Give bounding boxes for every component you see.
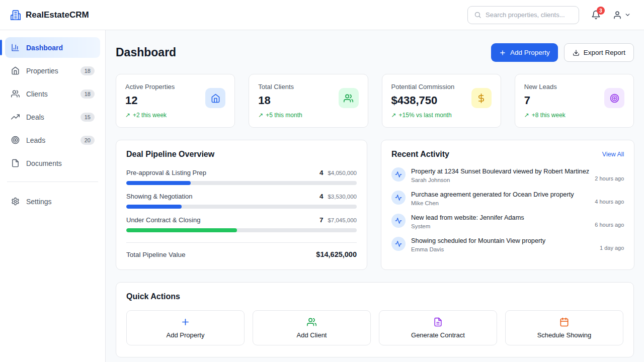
- deal-pipeline-card: Deal Pipeline Overview Pre-approval & Li…: [116, 140, 367, 270]
- quick-action-generate-contract[interactable]: Generate Contract: [379, 310, 497, 345]
- stat-value: 12: [125, 94, 175, 107]
- stat-label: Potential Commission: [391, 83, 455, 90]
- progress-track: [126, 181, 357, 185]
- stage-value: $3,530,000: [328, 194, 357, 200]
- activity-time: 2 hours ago: [595, 175, 624, 183]
- activity-text: Purchase agreement generated for Ocean D…: [411, 191, 589, 198]
- activity-by: Emma Davis: [411, 246, 594, 252]
- users-icon: [11, 89, 20, 98]
- pipeline-stage: Showing & Negotiation 4 $3,530,000: [126, 193, 357, 209]
- activity-item: Property at 1234 Sunset Boulevard viewed…: [391, 167, 624, 183]
- pipeline-stage: Under Contract & Closing 7 $7,045,000: [126, 216, 357, 232]
- activity-pulse-icon: [391, 191, 406, 205]
- progress-track: [126, 205, 357, 209]
- stage-label: Showing & Negotiation: [126, 193, 193, 200]
- pipeline-title: Deal Pipeline Overview: [126, 150, 357, 159]
- sidebar-item-clients[interactable]: Clients 18: [5, 83, 100, 104]
- view-all-link[interactable]: View All: [602, 151, 624, 158]
- activity-pulse-icon: [391, 214, 406, 228]
- activity-pulse-icon: [391, 237, 406, 251]
- quick-action-label: Schedule Showing: [537, 331, 592, 339]
- stat-card-active-properties: Active Properties 12 ↗+2 this week: [116, 74, 235, 128]
- activity-text: Showing scheduled for Mountain View prop…: [411, 237, 594, 244]
- activity-text: New lead from website: Jennifer Adams: [411, 214, 589, 221]
- target-icon: [11, 136, 20, 144]
- stat-delta-text: +15% vs last month: [399, 112, 452, 119]
- notifications-button[interactable]: 3: [591, 10, 601, 20]
- sidebar-item-label: Deals: [26, 113, 44, 121]
- stat-delta-text: +5 this month: [266, 112, 302, 119]
- users-icon: [307, 317, 316, 327]
- plus-icon: [181, 317, 190, 327]
- dashboard-icon: [11, 43, 20, 52]
- sidebar-divider: [7, 182, 98, 182]
- stage-value: $4,050,000: [328, 170, 357, 176]
- sidebar-item-properties[interactable]: Properties 18: [5, 60, 100, 81]
- notification-count-badge: 3: [597, 7, 605, 15]
- sidebar-item-label: Dashboard: [26, 44, 63, 52]
- quick-action-schedule-showing[interactable]: Schedule Showing: [505, 310, 623, 345]
- global-search[interactable]: [467, 6, 579, 24]
- stat-card-new-leads: New Leads 7 ↗+8 this week: [515, 74, 634, 128]
- progress-fill: [126, 181, 191, 185]
- quick-actions-card: Quick Actions Add Property Add Client: [116, 282, 634, 357]
- target-icon: [604, 88, 624, 108]
- export-report-label: Export Report: [584, 49, 625, 56]
- users-icon: [339, 88, 359, 108]
- stat-value: 18: [258, 94, 302, 107]
- user-menu[interactable]: [613, 11, 631, 20]
- export-report-button[interactable]: Export Report: [564, 43, 634, 62]
- stat-label: New Leads: [524, 83, 566, 90]
- dollar-icon: [471, 88, 492, 108]
- stat-delta-text: +8 this week: [532, 112, 566, 119]
- stat-label: Total Clients: [258, 83, 302, 90]
- stage-value: $7,045,000: [328, 217, 357, 223]
- stat-value: 7: [524, 94, 566, 107]
- gear-icon: [11, 197, 20, 206]
- sidebar-item-badge: 18: [80, 89, 95, 99]
- sidebar-item-label: Clients: [26, 90, 48, 98]
- trend-up-icon: ↗: [125, 112, 130, 119]
- sidebar-item-settings[interactable]: Settings: [5, 191, 100, 212]
- activity-by: System: [411, 223, 589, 229]
- quick-action-add-client[interactable]: Add Client: [253, 310, 371, 345]
- stage-count: 4: [319, 169, 324, 176]
- sidebar-item-documents[interactable]: Documents: [5, 153, 100, 173]
- stat-delta-text: +2 this week: [133, 112, 167, 119]
- quick-action-add-property[interactable]: Add Property: [126, 310, 245, 345]
- activity-by: Sarah Johnson: [411, 177, 589, 183]
- chevron-down-icon: [624, 12, 631, 18]
- sidebar-item-leads[interactable]: Leads 20: [5, 130, 100, 150]
- sidebar-item-badge: 18: [80, 66, 95, 75]
- activity-time: 1 day ago: [600, 245, 624, 252]
- quick-action-label: Add Client: [297, 331, 327, 339]
- recent-activity-card: Recent Activity View All Property at 123…: [381, 140, 634, 270]
- pipeline-total-row: Total Pipeline Value $14,625,000: [126, 242, 357, 258]
- plus-icon: [499, 49, 506, 56]
- quick-action-label: Add Property: [167, 331, 205, 339]
- stat-card-potential-commission: Potential Commission $438,750 ↗+15% vs l…: [382, 74, 501, 128]
- activity-title: Recent Activity: [391, 150, 449, 159]
- sidebar-item-badge: 20: [80, 136, 95, 145]
- activity-by: Mike Chen: [411, 200, 589, 206]
- sidebar-item-badge: 15: [80, 113, 95, 122]
- calendar-icon: [559, 317, 569, 327]
- stat-label: Active Properties: [125, 83, 175, 90]
- sidebar-item-label: Settings: [26, 198, 52, 206]
- trending-up-icon: [11, 113, 20, 121]
- sidebar-item-dashboard[interactable]: Dashboard: [5, 37, 100, 58]
- file-icon: [11, 159, 20, 167]
- stat-cards-row: Active Properties 12 ↗+2 this week Total…: [116, 74, 634, 128]
- progress-track: [126, 228, 357, 232]
- activity-item: Purchase agreement generated for Ocean D…: [391, 191, 624, 206]
- stat-value: $438,750: [391, 94, 455, 107]
- total-label: Total Pipeline Value: [126, 251, 186, 258]
- building-icon: [10, 10, 21, 21]
- sidebar-item-deals[interactable]: Deals 15: [5, 107, 100, 127]
- search-input[interactable]: [486, 11, 573, 19]
- sidebar-item-label: Documents: [26, 159, 62, 167]
- page-title: Dashboard: [116, 46, 176, 59]
- activity-time: 4 hours ago: [595, 199, 624, 206]
- add-property-button[interactable]: Add Property: [491, 43, 558, 62]
- add-property-label: Add Property: [510, 49, 550, 56]
